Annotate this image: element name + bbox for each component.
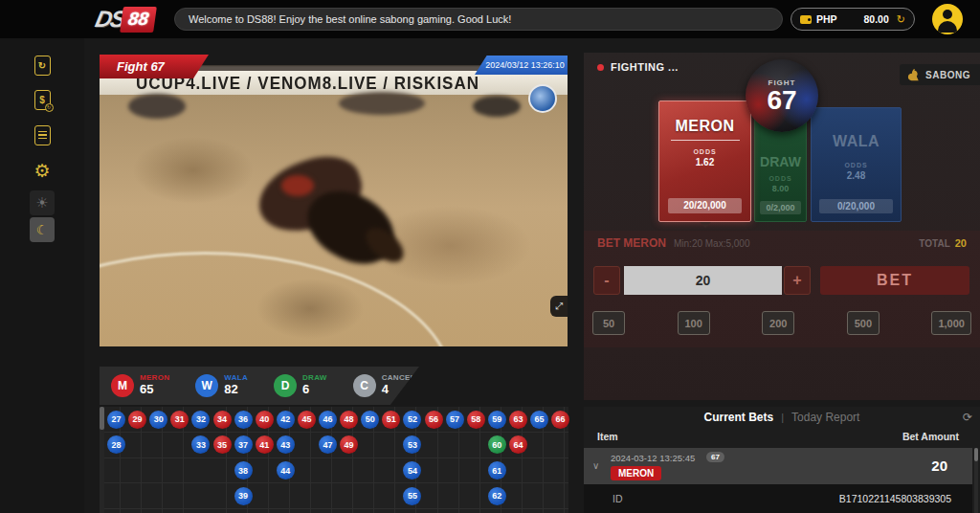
- report-file-icon: [34, 125, 51, 145]
- meron-pool-value: 20/20,000: [668, 198, 742, 213]
- board-cell-51[interactable]: 51: [382, 411, 400, 429]
- sidebar-item-transactions[interactable]: $↻: [29, 86, 56, 113]
- stat-item-meron: MMERON65: [111, 374, 169, 397]
- board-cell-55[interactable]: 55: [403, 487, 421, 505]
- video-timestamp-badge: 2024/03/12 13:26:10: [475, 56, 568, 75]
- board-cell-29[interactable]: 29: [128, 411, 146, 429]
- board-cell-49[interactable]: 49: [340, 435, 358, 454]
- board-cell-30[interactable]: 30: [149, 411, 167, 429]
- balance-value: 80.00: [864, 13, 889, 25]
- user-avatar[interactable]: [932, 4, 963, 34]
- board-scrollbar-thumb[interactable]: [100, 407, 104, 430]
- board-cell-35[interactable]: 35: [213, 435, 232, 454]
- board-cell-60[interactable]: 60: [488, 435, 506, 454]
- board-cell-63[interactable]: 63: [509, 411, 527, 429]
- stat-value: 82: [224, 383, 248, 396]
- board-cell-32[interactable]: 32: [191, 411, 210, 429]
- wala-bet-card[interactable]: WALA ODDS 2.48 0/20,000: [811, 107, 902, 222]
- board-cell-37[interactable]: 37: [234, 435, 253, 454]
- gear-icon: ⚙: [33, 160, 50, 182]
- live-video-player[interactable]: UCUP4.LIVE / VENOM8.LIVE / RISKISAN: [100, 65, 568, 346]
- board-cell-42[interactable]: 42: [277, 411, 295, 429]
- board-cell-66[interactable]: 66: [551, 411, 569, 429]
- refresh-balance-icon[interactable]: ↻: [897, 13, 905, 26]
- rooster-comb-blob: [281, 175, 314, 196]
- board-cell-38[interactable]: 38: [234, 461, 253, 480]
- balance-pill[interactable]: PHP 80.00 ↻: [791, 8, 915, 31]
- sidebar-item-settings[interactable]: ⚙: [29, 157, 56, 184]
- quick-amount-button-100[interactable]: 100: [678, 311, 710, 335]
- stat-value: 6: [302, 383, 327, 396]
- decrease-bet-button[interactable]: -: [593, 266, 620, 295]
- bet-record-row[interactable]: ∨ 2024-03-12 13:25:45 67 MERON 20: [584, 448, 972, 484]
- board-cell-59[interactable]: 59: [488, 411, 506, 429]
- board-cell-62[interactable]: 62: [488, 487, 506, 505]
- board-cell-64[interactable]: 64: [509, 435, 527, 454]
- increase-bet-button[interactable]: +: [784, 266, 811, 295]
- board-cell-50[interactable]: 50: [361, 411, 379, 429]
- bets-scrollbar[interactable]: [974, 448, 978, 513]
- stat-circle-meron: M: [111, 374, 134, 397]
- board-scrollbar[interactable]: [100, 407, 104, 513]
- stat-value: 65: [140, 383, 169, 396]
- board-cell-41[interactable]: 41: [256, 435, 274, 454]
- stat-col: MERON65: [140, 374, 169, 396]
- bet-side-title: BET MERON: [597, 236, 666, 250]
- ds88-logo[interactable]: DS 88: [96, 4, 155, 34]
- theme-dark-toggle[interactable]: ☾: [29, 216, 56, 243]
- place-bet-button[interactable]: BET: [820, 266, 969, 295]
- avatar-head: [943, 10, 952, 19]
- result-trend-board[interactable]: 2728293031323334353637383940414243444546…: [100, 407, 568, 513]
- quick-amount-button-50[interactable]: 50: [592, 311, 625, 335]
- quick-amount-button-200[interactable]: 200: [762, 311, 794, 335]
- chevron-down-icon[interactable]: ∨: [592, 460, 599, 471]
- quick-amount-button-500[interactable]: 500: [847, 311, 880, 335]
- wala-odds-value: 2.48: [812, 170, 901, 181]
- board-cell-36[interactable]: 36: [234, 411, 253, 429]
- sidebar-item-reports[interactable]: [29, 122, 56, 148]
- video-rotate-button[interactable]: ⤢: [550, 296, 568, 317]
- meron-card-title: MERON: [659, 118, 750, 135]
- board-cell-47[interactable]: 47: [319, 435, 337, 454]
- board-cell-54[interactable]: 54: [403, 461, 421, 480]
- refresh-bets-icon[interactable]: ⟳: [963, 411, 972, 424]
- board-cell-65[interactable]: 65: [530, 411, 548, 429]
- betting-panel: FIGHTING ... SABONG FIGHT 67 MERON ODDS …: [584, 53, 980, 400]
- bet-amount-input[interactable]: 20: [624, 266, 782, 295]
- sabong-game-tab[interactable]: SABONG: [900, 64, 980, 85]
- stat-item-wala: WWALA82: [195, 374, 248, 397]
- board-cell-31[interactable]: 31: [170, 411, 189, 429]
- stat-value: 4: [382, 383, 415, 396]
- top-bar: DS 88 Welcome to DS88! Enjoy the best on…: [0, 0, 980, 38]
- stat-col: DRAW6: [302, 374, 327, 396]
- board-cell-56[interactable]: 56: [425, 411, 443, 429]
- bets-scrollbar-thumb[interactable]: [974, 448, 978, 461]
- sidebar-item-replays[interactable]: ↻: [29, 52, 56, 78]
- board-cell-28[interactable]: 28: [107, 435, 125, 454]
- quick-amount-button-1000[interactable]: 1,000: [931, 311, 971, 335]
- board-cell-33[interactable]: 33: [191, 435, 210, 454]
- board-cell-58[interactable]: 58: [467, 411, 485, 429]
- board-cell-40[interactable]: 40: [256, 411, 274, 429]
- tab-current-bets[interactable]: Current Bets: [704, 411, 774, 424]
- board-cell-44[interactable]: 44: [277, 461, 295, 480]
- bet-limits: Min:20 Max:5,000: [674, 238, 750, 249]
- fight-number-badge: Fight 67: [100, 55, 209, 78]
- board-cell-27[interactable]: 27: [107, 411, 125, 429]
- board-cell-46[interactable]: 46: [319, 411, 337, 429]
- total-value: 20: [955, 237, 967, 249]
- board-cell-48[interactable]: 48: [340, 411, 358, 429]
- board-cell-53[interactable]: 53: [403, 435, 421, 454]
- stat-col: WALA82: [224, 374, 248, 396]
- tab-today-report[interactable]: Today Report: [791, 411, 859, 424]
- board-cell-39[interactable]: 39: [234, 487, 253, 505]
- board-cell-61[interactable]: 61: [488, 461, 506, 480]
- meron-bet-card[interactable]: MERON ODDS 1.62 20/20,000: [658, 100, 751, 222]
- theme-light-toggle[interactable]: ☀: [29, 190, 56, 216]
- column-item: Item: [597, 431, 618, 442]
- board-cell-45[interactable]: 45: [298, 411, 316, 429]
- board-cell-57[interactable]: 57: [446, 411, 464, 429]
- board-cell-34[interactable]: 34: [213, 411, 232, 429]
- board-cell-43[interactable]: 43: [277, 435, 295, 454]
- board-cell-52[interactable]: 52: [403, 411, 421, 429]
